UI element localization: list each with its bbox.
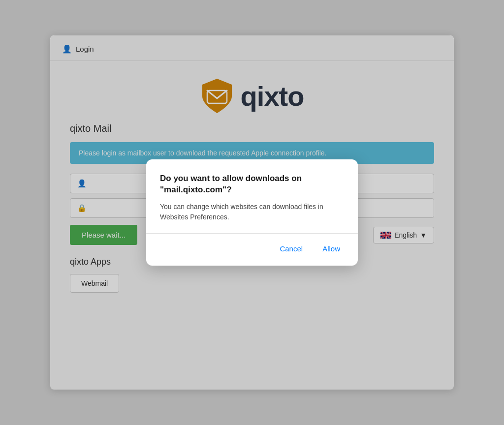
modal-title: Do you want to allow downloads on "mail.… [160, 173, 344, 196]
login-card: 👤 Login qixto qixto Mail Please login as… [50, 35, 454, 390]
modal-dialog: Do you want to allow downloads on "mail.… [146, 159, 358, 266]
modal-buttons: Cancel Allow [160, 243, 344, 255]
modal-divider [146, 233, 358, 234]
modal-overlay: Do you want to allow downloads on "mail.… [50, 35, 454, 390]
allow-button[interactable]: Allow [318, 243, 344, 255]
cancel-button[interactable]: Cancel [276, 243, 307, 255]
modal-body: You can change which websites can downlo… [160, 202, 344, 222]
